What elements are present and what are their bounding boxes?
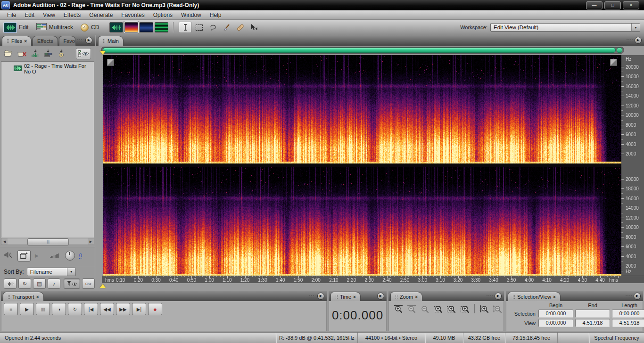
menu-file[interactable]: File [3,12,20,18]
menu-help[interactable]: Help [206,12,226,18]
chevron-down-icon[interactable]: ▼ [631,24,640,31]
zoom-in-right-edge-button[interactable] [460,303,471,314]
sort-by-dropdown[interactable]: Filename ▼ [27,268,76,276]
insert-into-session-button[interactable] [44,49,53,57]
record-button[interactable]: ● [148,303,162,315]
spectral-frequency-canvas[interactable] [103,55,621,276]
file-list-item[interactable]: 02 - Rage - Time Waits For No O [1,62,94,75]
close-file-button[interactable] [17,49,27,57]
transport-panel-menu-button[interactable]: ▶ [317,293,324,300]
tab-selection-view[interactable]: Selection/View × [508,292,561,302]
zoom-out-vertical-button[interactable] [493,303,504,314]
file-list-horizontal-scrollbar[interactable]: ◀ ||| ▶ [1,238,94,245]
advanced-options-button[interactable] [76,48,91,59]
menu-favorites[interactable]: Favorites [117,12,149,18]
close-icon[interactable]: × [415,294,418,300]
show-full-path-toggle[interactable]: C:\> [82,278,95,289]
zoom-out-full-button[interactable] [420,303,430,314]
menu-edit[interactable]: Edit [20,12,39,18]
close-icon[interactable]: × [36,294,39,300]
view-end-field[interactable]: 4:51.918 [575,319,610,327]
zoom-to-selection-button[interactable] [433,303,444,314]
waveform-display-button[interactable] [109,22,123,33]
preview-volume-knob[interactable] [65,251,75,261]
pause-button[interactable]: ▮▮ [36,303,50,315]
rewind-button[interactable]: ◀◀ [100,303,114,315]
restore-button[interactable]: □ [604,1,621,9]
zoom-in-horizontal-button[interactable] [393,303,404,314]
zoom-out-horizontal-button[interactable] [406,303,417,314]
cd-view-button[interactable]: CD [81,24,99,32]
files-panel-menu-button[interactable]: ▶ [85,37,92,44]
show-loop-files-toggle[interactable]: ↻ [18,278,31,289]
close-icon[interactable]: × [353,294,356,300]
tab-transport[interactable]: Transport × [3,292,44,302]
spectral-pan-display-button[interactable] [140,22,153,33]
scrollbar-track[interactable]: ||| [8,238,88,245]
marquee-selection-tool[interactable] [193,22,205,33]
selection-begin-field[interactable]: 0:00.000 [538,310,573,318]
spot-healing-brush-tool[interactable] [234,22,246,33]
selection-end-field[interactable] [575,310,610,318]
chevron-down-icon[interactable]: ▼ [67,268,75,276]
time-ruler[interactable]: hms 0:100:200:300:400:501:001:101:201:30… [102,276,644,283]
view-length-field[interactable]: 4:51.918 [612,319,644,327]
menu-generate[interactable]: Generate [85,12,117,18]
current-time-display[interactable]: 0:00.000 [329,308,386,323]
loop-preview-button[interactable] [17,250,31,261]
lasso-selection-tool[interactable] [207,22,219,33]
show-midi-files-toggle[interactable]: ♪ [48,278,60,289]
show-video-files-toggle[interactable]: ▤ [33,278,46,289]
multitrack-view-button[interactable]: Multitrack [36,23,73,32]
preview-play-icon[interactable]: ▶ [35,253,39,258]
import-file-button[interactable] [4,49,13,57]
tab-time[interactable]: Time × [330,292,361,302]
close-icon[interactable]: × [24,39,27,44]
fast-forward-button[interactable]: ▶▶ [116,303,130,315]
auto-play-speaker-icon[interactable] [4,251,13,261]
filter-options-toggle[interactable] [64,278,80,289]
tab-zoom[interactable]: Zoom × [390,292,422,302]
play-from-cursor-button[interactable]: ◑ [52,303,66,315]
zoom-in-left-edge-button[interactable] [446,303,457,314]
paintbrush-tool[interactable] [221,22,232,33]
minimize-button[interactable]: — [586,1,603,9]
workspace-dropdown[interactable]: Edit View (Default) ▼ [490,23,640,32]
menu-window[interactable]: Window [177,12,206,18]
channel-select-handle-left[interactable] [107,59,114,66]
insert-into-cd-button[interactable] [57,49,66,57]
selection-length-field[interactable]: 0:00.000 [612,310,644,318]
navigator-handle[interactable] [617,48,622,53]
spectral-phase-display-button[interactable] [155,22,168,33]
scroll-left-arrow-icon[interactable]: ◀ [1,240,8,244]
tab-main[interactable]: Main [98,36,124,46]
playhead-marker-bottom[interactable] [100,284,106,288]
zoom-panel-menu-button[interactable]: ▶ [495,293,502,300]
scrollbar-thumb[interactable]: ||| [27,238,69,245]
channel-select-handle-right[interactable] [610,59,617,66]
close-icon[interactable]: × [553,294,556,300]
time-panel-menu-button[interactable]: ▶ [377,293,384,300]
spectrogram-display[interactable] [103,55,621,276]
close-button[interactable]: × [623,1,639,9]
scroll-right-arrow-icon[interactable]: ▶ [88,240,94,244]
zoom-in-vertical-button[interactable] [479,303,490,314]
go-to-beginning-button[interactable]: |◀ [84,303,98,315]
selection-panel-menu-button[interactable]: ▶ [634,293,641,300]
menu-effects[interactable]: Effects [59,12,85,18]
navigator-range-bar[interactable] [103,48,616,53]
menu-options[interactable]: Options [149,12,177,18]
edit-view-button[interactable]: Edit [4,23,29,33]
file-list[interactable]: 02 - Rage - Time Waits For No O [1,61,94,237]
tab-files[interactable]: Files × [2,36,32,46]
scrub-tool[interactable] [248,22,260,33]
go-to-end-button[interactable]: ▶| [132,303,146,315]
play-button[interactable]: ▶ [20,303,34,315]
playhead-marker-top[interactable] [100,51,106,55]
insert-into-multitrack-button[interactable] [31,49,40,57]
main-panel-menu-button[interactable]: ▶ [635,37,642,44]
show-audio-files-toggle[interactable] [4,278,17,289]
preview-volume-value[interactable]: 0 [79,253,82,259]
time-selection-tool[interactable] [179,22,191,33]
stop-button[interactable]: ■ [4,303,18,315]
